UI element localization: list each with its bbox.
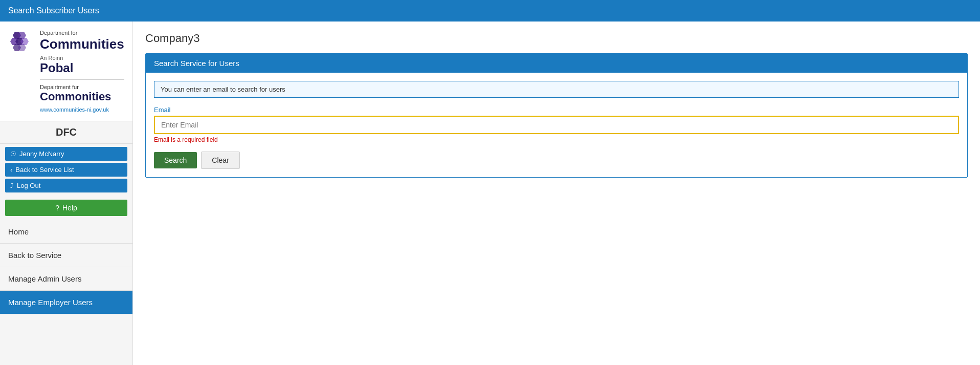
logo-commonities-label: Commonities [40, 90, 124, 103]
main-content: Company3 Search Service for Users You ca… [133, 22, 980, 365]
search-card-body: You can enter an email to search for use… [146, 73, 967, 177]
header-title: Search Subscriber Users [8, 6, 99, 15]
sidebar-nav: Home Back to Service Manage Admin Users … [0, 220, 132, 314]
logo-roinn-label: An Roinn [40, 55, 124, 61]
sidebar-item-manage-employer-users[interactable]: Manage Employer Users [0, 291, 132, 314]
search-hint: You can enter an email to search for use… [154, 81, 959, 98]
logo-communities-label: Communities [40, 37, 124, 52]
sidebar-item-admin-label: Manage Admin Users [8, 274, 81, 283]
user-icon: ☉ [10, 150, 16, 158]
help-icon: ? [55, 204, 59, 212]
email-input[interactable] [154, 116, 959, 134]
logo-hexagon-icon [8, 30, 35, 56]
user-name-label: Jenny McNarry [19, 150, 64, 158]
search-card-header: Search Service for Users [146, 54, 967, 73]
sidebar-item-home[interactable]: Home [0, 220, 132, 244]
user-controls: ☉ Jenny McNarry ‹ Back to Service List ⤴… [0, 144, 132, 196]
email-error: Email is a required field [154, 136, 959, 143]
log-out-button[interactable]: ⤴ Log Out [5, 179, 127, 192]
dfc-label: DFC [0, 121, 132, 144]
logout-icon: ⤴ [10, 182, 14, 189]
clear-button[interactable]: Clear [201, 152, 239, 169]
sidebar: Department for Communities An Roinn Poba… [0, 22, 133, 365]
back-to-service-list-button[interactable]: ‹ Back to Service List [5, 163, 127, 177]
sidebar-item-back-to-service[interactable]: Back to Service [0, 244, 132, 267]
top-header-bar: Search Subscriber Users [0, 0, 980, 22]
back-icon: ‹ [10, 166, 12, 174]
sidebar-item-manage-admin-users[interactable]: Manage Admin Users [0, 267, 132, 291]
search-card: Search Service for Users You can enter a… [145, 53, 968, 178]
logo-area: Department for Communities An Roinn Poba… [0, 22, 132, 121]
email-label: Email [154, 106, 959, 114]
logo-dept-label: Department for [40, 30, 124, 36]
logo-dept2-label: Depairtment fur [40, 84, 124, 90]
help-label: Help [62, 204, 77, 212]
back-to-service-list-label: Back to Service List [15, 166, 74, 174]
sidebar-item-employer-label: Manage Employer Users [8, 298, 93, 307]
sidebar-item-home-label: Home [8, 227, 29, 236]
logo-pobal-label: Pobal [40, 61, 124, 75]
log-out-label: Log Out [17, 182, 40, 189]
user-name-button[interactable]: ☉ Jenny McNarry [5, 147, 127, 161]
help-button[interactable]: ? Help [5, 200, 127, 216]
email-form-group: Email Email is a required field [154, 106, 959, 143]
page-title: Company3 [145, 32, 968, 45]
logo-url-label: www.communities-ni.gov.uk [40, 106, 124, 113]
button-row: Search Clear [154, 152, 959, 169]
sidebar-item-back-label: Back to Service [8, 251, 61, 260]
search-button[interactable]: Search [154, 152, 197, 168]
logo-text: Department for Communities An Roinn Poba… [40, 30, 124, 113]
